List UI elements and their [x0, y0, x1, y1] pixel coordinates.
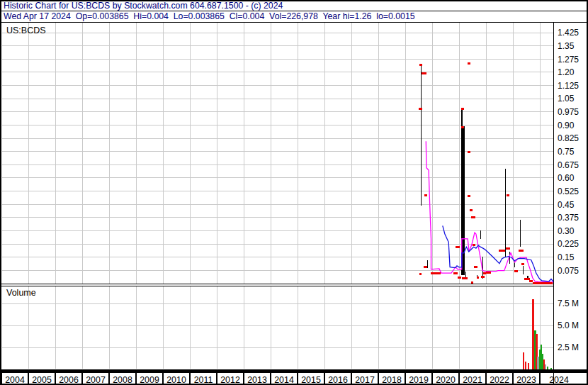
year-axis-label: 2013: [247, 375, 267, 385]
close-tick: [419, 64, 422, 66]
volume-axis-label: 2.5 M: [558, 342, 579, 352]
year-axis-label: 2017: [355, 375, 375, 385]
close-tick: [481, 276, 485, 278]
year-axis-label: 2008: [113, 375, 132, 385]
quote-summary: Wed Apr 17 2024 Op=0.003865 Hi=0.004 Lo=…: [4, 12, 415, 21]
year-axis-label: 2016: [328, 375, 348, 385]
volume-bar: [550, 368, 553, 369]
close-tick: [473, 244, 475, 246]
close-tick: [529, 280, 533, 282]
close-tick: [474, 266, 477, 268]
highlow-bar: [505, 169, 506, 256]
close-tick: [519, 250, 524, 252]
highlow-bar: [523, 266, 524, 274]
price-axis-label: 0.075: [558, 266, 579, 276]
close-tick: [461, 108, 464, 110]
close-tick: [470, 209, 473, 211]
year-axis-label: 2015: [301, 375, 321, 385]
close-tick: [533, 282, 553, 284]
year-axis-label: 2011: [194, 375, 213, 385]
price-axis-label: 0.225: [558, 239, 579, 249]
year-axis-label: 2018: [382, 375, 402, 385]
price-axis-label: 0.60: [558, 173, 575, 183]
close-tick: [419, 108, 422, 110]
year-axis-label: 2019: [409, 375, 429, 385]
close-tick: [506, 247, 510, 250]
year-axis-label: 2012: [220, 375, 240, 385]
year-axis-label: 2010: [166, 375, 186, 385]
volume-bar: [545, 364, 546, 369]
price-axis-label: 1.35: [558, 41, 575, 51]
close-tick: [471, 216, 475, 218]
year-axis-label: 2006: [59, 375, 79, 385]
price-axis-label: 0.30: [558, 226, 575, 236]
close-tick: [456, 246, 460, 248]
price-axis-label: 0.525: [558, 186, 579, 196]
volume-bar: [547, 367, 549, 369]
volume-bar: [534, 330, 536, 369]
year-axis-label: 2020: [436, 375, 456, 385]
close-tick: [471, 281, 473, 284]
volume-axis-label: 5.0 M: [558, 320, 579, 330]
close-tick: [458, 277, 461, 279]
year-axis-label: 2023: [516, 375, 536, 385]
close-tick: [524, 278, 530, 280]
close-tick: [424, 266, 427, 268]
highlow-bar: [520, 220, 521, 247]
price-axis-label: 0.90: [558, 121, 575, 130]
price-axis-label: 0.675: [558, 160, 579, 170]
window-border: [1, 1, 587, 384]
symbol-label: US:BCDS: [6, 26, 46, 35]
price-axis-label: 0.825: [558, 133, 579, 143]
price-axis-label: 0.975: [558, 107, 579, 117]
price-axis-label: 1.05: [558, 94, 575, 104]
close-tick: [468, 151, 470, 153]
close-tick: [468, 62, 470, 65]
volume-panel-label: Volume: [6, 288, 36, 298]
year-axis-label: 2022: [490, 375, 509, 385]
close-tick: [468, 195, 470, 197]
close-tick: [521, 263, 524, 265]
volume-bar: [528, 363, 529, 369]
price-axis-label: 1.20: [558, 67, 575, 77]
year-axis-label: 2007: [86, 375, 106, 385]
price-volume-chart-canvas: 2004200520062007200820092010201120122013…: [0, 0, 588, 385]
close-tick: [514, 270, 518, 272]
historic-chart-window: Historic Chart for US:BCDS by Stockwatch…: [0, 0, 588, 385]
close-tick: [461, 126, 464, 128]
close-tick: [486, 272, 491, 274]
close-tick: [431, 272, 441, 274]
year-axis-label: 2014: [274, 375, 294, 385]
close-tick: [462, 277, 468, 279]
highlow-bar: [465, 272, 466, 278]
highlow-bar: [480, 230, 481, 239]
volume-axis-label: 7.5 M: [558, 298, 579, 308]
volume-bar: [532, 299, 534, 369]
volume-bar: [523, 352, 525, 369]
price-axis-label: 1.275: [558, 55, 579, 65]
highlow-bar: [421, 65, 422, 206]
year-axis-label: 2005: [32, 375, 52, 385]
price-axis-label: 0.75: [558, 147, 575, 157]
price-axis-label: 1.425: [558, 28, 579, 38]
volume-bar: [525, 362, 526, 369]
year-axis-label: 2024: [549, 375, 569, 385]
price-axis-label: 0.15: [558, 252, 575, 262]
close-tick: [424, 194, 427, 196]
volume-bar: [537, 357, 539, 369]
close-tick: [419, 273, 422, 275]
close-tick: [477, 277, 479, 279]
year-axis-label: 2004: [5, 375, 25, 385]
price-axis-label: 0.375: [558, 213, 579, 223]
close-tick: [499, 250, 505, 252]
price-axis-label: 1.125: [558, 81, 579, 91]
close-tick: [453, 272, 458, 274]
volume-bar: [543, 359, 545, 369]
volume-panel-bottom-border: [0, 369, 588, 373]
ma-long-line: [426, 141, 553, 282]
close-tick: [507, 194, 509, 196]
close-tick: [422, 72, 426, 74]
year-axis-label: 2009: [140, 375, 159, 385]
year-axis-label: 2021: [463, 375, 482, 385]
close-tick: [483, 272, 486, 274]
